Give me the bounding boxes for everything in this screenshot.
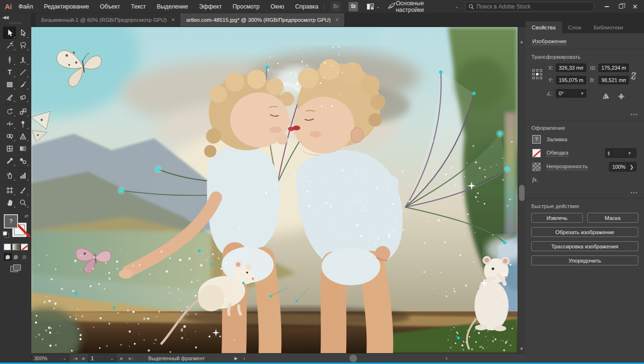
zoom-level-select[interactable]: 300% ⌄ bbox=[31, 354, 69, 363]
color-button[interactable] bbox=[4, 244, 11, 250]
opacity-swatch-icon[interactable] bbox=[532, 163, 541, 171]
close-button[interactable]: ✕ bbox=[628, 0, 642, 13]
slice-tool[interactable] bbox=[16, 184, 29, 196]
toolbar-collapse-button[interactable]: ◀◀ bbox=[2, 15, 8, 20]
screen-mode-button[interactable] bbox=[10, 264, 21, 272]
eraser-tool[interactable] bbox=[16, 91, 29, 103]
last-artboard-button[interactable]: ▶| bbox=[129, 354, 134, 363]
curvature-tool[interactable] bbox=[16, 54, 29, 66]
image-trace-button[interactable]: Трассировка изображения bbox=[531, 241, 638, 251]
hand-tool[interactable] bbox=[3, 196, 16, 209]
fill-swatch[interactable]: ? bbox=[532, 135, 541, 144]
menu-item-view[interactable]: Просмотр bbox=[233, 3, 259, 10]
fill-swatch-unknown[interactable]: ? bbox=[4, 214, 18, 228]
object-type-link[interactable]: Изображение bbox=[532, 38, 566, 45]
selection-tool[interactable] bbox=[3, 27, 16, 39]
opacity-link[interactable]: Непрозрачность bbox=[546, 164, 588, 170]
none-button[interactable] bbox=[21, 244, 28, 250]
draw-behind-mode[interactable] bbox=[12, 253, 20, 261]
draw-inside-mode[interactable] bbox=[20, 253, 28, 261]
canvas[interactable] bbox=[31, 27, 518, 353]
status-menu-button[interactable]: ▶ bbox=[234, 354, 238, 363]
magic-wand-tool[interactable] bbox=[3, 39, 16, 51]
opacity-control[interactable]: 100% ❯ bbox=[609, 162, 636, 172]
stroke-width-control[interactable]: ▲▼ ▼ bbox=[605, 148, 636, 158]
width-input[interactable] bbox=[599, 64, 629, 72]
horizontal-scroll-thumb[interactable] bbox=[349, 355, 357, 362]
gradient-button[interactable] bbox=[12, 244, 19, 250]
link-dimensions-toggle[interactable] bbox=[630, 71, 637, 82]
menu-item-edit[interactable]: Редактирование bbox=[44, 3, 89, 10]
document-tab-untitled[interactable]: Безымянный-1 @ 60% (RGB/Предпросмотр GPU… bbox=[36, 13, 180, 27]
lasso-tool[interactable] bbox=[16, 39, 29, 51]
mesh-tool[interactable] bbox=[3, 142, 16, 155]
previous-artboard-button[interactable]: ◀ bbox=[81, 354, 85, 363]
menu-item-window[interactable]: Окно bbox=[270, 3, 284, 10]
search-input[interactable] bbox=[476, 3, 590, 10]
height-input[interactable] bbox=[599, 76, 629, 84]
blend-tool[interactable] bbox=[16, 155, 29, 167]
close-tab-icon[interactable]: × bbox=[171, 17, 175, 23]
appearance-more-options[interactable]: ••• bbox=[630, 190, 638, 195]
y-input[interactable] bbox=[556, 76, 586, 84]
flip-horizontal-button[interactable] bbox=[602, 93, 610, 101]
stroke-link[interactable]: Обводка bbox=[546, 150, 568, 156]
reference-point-selector[interactable] bbox=[532, 69, 543, 80]
minimize-button[interactable] bbox=[599, 0, 614, 13]
status-back-button[interactable]: ‹ bbox=[243, 354, 245, 363]
scale-tool[interactable] bbox=[16, 105, 29, 118]
menu-item-help[interactable]: Справка bbox=[295, 3, 318, 10]
pen-tool[interactable] bbox=[3, 54, 16, 66]
fx-effects-button[interactable]: fx. bbox=[532, 176, 638, 183]
arrange-button[interactable]: Упорядочить bbox=[531, 255, 638, 265]
share-rocket-button[interactable] bbox=[387, 2, 396, 11]
tab-layers[interactable]: Слои bbox=[562, 21, 588, 33]
scroll-up-icon[interactable]: ▲ bbox=[519, 39, 524, 44]
stock-icon[interactable]: St bbox=[349, 2, 358, 11]
flip-vertical-button[interactable] bbox=[617, 93, 625, 101]
x-input[interactable] bbox=[556, 64, 586, 72]
gradient-tool[interactable] bbox=[16, 142, 29, 155]
draw-normal-mode[interactable] bbox=[4, 253, 12, 261]
type-tool[interactable]: T bbox=[3, 66, 16, 78]
crop-image-button[interactable]: Обрезать изображение bbox=[531, 227, 638, 237]
paintbrush-tool[interactable] bbox=[16, 78, 29, 91]
rotation-select[interactable]: 0° ▼ bbox=[556, 89, 586, 98]
symbol-sprayer-tool[interactable] bbox=[3, 169, 16, 182]
artboard-navigation-select[interactable]: ⌄ bbox=[88, 354, 116, 363]
workspace-switcher[interactable]: Основные настройки ⌄ bbox=[396, 0, 458, 13]
menu-item-select[interactable]: Выделение bbox=[157, 3, 188, 10]
hscroll-right-button[interactable]: › bbox=[446, 354, 447, 363]
rectangle-tool[interactable] bbox=[3, 78, 16, 91]
toolbar-drag-handle[interactable] bbox=[9, 22, 22, 24]
vertical-scrollbar[interactable]: ▲ ▼ bbox=[518, 27, 526, 353]
close-tab-icon[interactable]: × bbox=[335, 17, 339, 23]
perspective-grid-tool[interactable] bbox=[16, 130, 29, 142]
menu-item-type[interactable]: Текст bbox=[131, 3, 146, 10]
default-fill-stroke-icon[interactable] bbox=[3, 231, 9, 237]
first-artboard-button[interactable]: |◀ bbox=[73, 354, 78, 363]
transform-more-options[interactable]: ••• bbox=[630, 112, 638, 117]
vertical-scroll-thumb[interactable] bbox=[519, 185, 525, 201]
tab-libraries[interactable]: Библиотеки bbox=[587, 21, 629, 33]
tab-properties[interactable]: Свойства bbox=[526, 21, 562, 33]
menu-item-file[interactable]: Файл bbox=[18, 3, 33, 10]
zoom-tool[interactable] bbox=[16, 196, 29, 209]
direct-selection-tool[interactable] bbox=[16, 27, 29, 39]
stepper-icons[interactable]: ▲▼ bbox=[606, 149, 612, 157]
artboard-number-input[interactable] bbox=[91, 355, 102, 362]
line-segment-tool[interactable] bbox=[16, 66, 29, 78]
next-artboard-button[interactable]: ▶ bbox=[120, 354, 124, 363]
stroke-swatch[interactable] bbox=[532, 149, 541, 157]
extract-button[interactable]: Извлечь bbox=[531, 213, 583, 223]
width-tool[interactable] bbox=[3, 118, 16, 130]
rotate-tool[interactable] bbox=[3, 105, 16, 118]
shaper-tool[interactable] bbox=[3, 91, 16, 103]
artboard-tool[interactable] bbox=[3, 184, 16, 196]
eyedropper-tool[interactable] bbox=[3, 155, 16, 167]
column-graph-tool[interactable] bbox=[16, 169, 29, 182]
mask-button[interactable]: Маска bbox=[587, 213, 639, 223]
menu-item-object[interactable]: Объект bbox=[100, 3, 120, 10]
stock-search[interactable] bbox=[465, 2, 594, 11]
scroll-down-icon[interactable]: ▼ bbox=[519, 346, 524, 351]
